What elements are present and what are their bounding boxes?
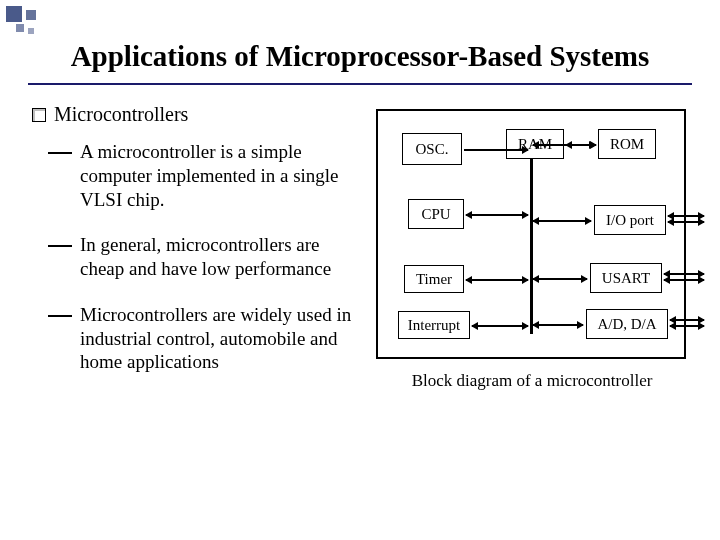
microcontroller-block-diagram: OSC. RAM ROM CPU I/O port Timer USART In…: [376, 109, 686, 359]
wire: [533, 220, 591, 222]
block-usart: USART: [590, 263, 662, 293]
bullet-item: A microcontroller is a simple computer i…: [62, 140, 354, 211]
block-adda: A/D, D/A: [586, 309, 668, 339]
external-arrow: [670, 319, 704, 321]
section-header: Microcontrollers: [32, 103, 354, 126]
wire: [566, 144, 596, 146]
wire: [466, 214, 528, 216]
wire: [472, 325, 528, 327]
block-io-port: I/O port: [594, 205, 666, 235]
external-arrow: [668, 215, 704, 217]
external-arrow: [668, 221, 704, 223]
wire: [533, 278, 587, 280]
bus-line: [530, 159, 533, 334]
external-arrow: [664, 273, 704, 275]
wire: [466, 279, 528, 281]
external-arrow: [664, 279, 704, 281]
corner-decoration: [6, 6, 46, 42]
slide-title: Applications of Microprocessor-Based Sys…: [0, 0, 720, 79]
diagram-caption: Block diagram of a microcontroller: [372, 371, 692, 391]
wire: [533, 324, 583, 326]
block-osc: OSC.: [402, 133, 462, 165]
bullet-item: Microcontrollers are widely used in indu…: [62, 303, 354, 374]
external-arrow: [670, 325, 704, 327]
block-interrupt: Interrupt: [398, 311, 470, 339]
bullet-box-icon: [32, 108, 46, 122]
wire: [464, 149, 528, 151]
section-title: Microcontrollers: [54, 103, 188, 126]
block-timer: Timer: [404, 265, 464, 293]
block-cpu: CPU: [408, 199, 464, 229]
block-rom: ROM: [598, 129, 656, 159]
bullet-item: In general, microcontrollers are cheap a…: [62, 233, 354, 281]
